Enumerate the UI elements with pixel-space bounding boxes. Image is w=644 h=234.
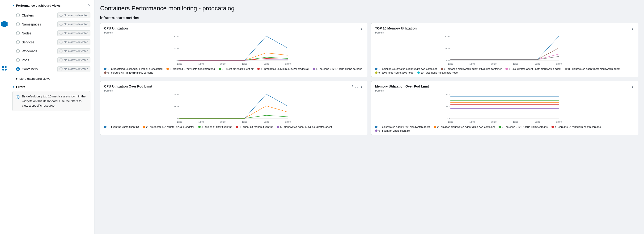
chart-title-mem-pod-limit: Memory Utilization Over Pod Limit xyxy=(375,84,429,88)
legend-text-cpu-pod-limit-3: 4 - fluent-bit-mq8dm fluent-bit xyxy=(239,126,273,128)
y-label-top10-mem: Percent xyxy=(375,31,634,34)
chart-title-cpu-util: CPU Utilization xyxy=(104,26,128,30)
legend-item-mem-pod-limit-2: 3 - coredns-647484dc8b-l8qkw coredns xyxy=(498,126,548,128)
svg-text:20:00: 20:00 xyxy=(286,121,291,123)
radio-services[interactable] xyxy=(16,40,20,44)
menu-button-mem-pod-limit[interactable]: ⋮ xyxy=(630,84,634,88)
svg-text:18:00: 18:00 xyxy=(198,63,204,65)
nav-item-nodes[interactable]: NodesⓘNo alarms detected xyxy=(8,29,94,38)
svg-text:20:00: 20:00 xyxy=(556,121,562,123)
legend-dot-cpu-util-3 xyxy=(257,68,260,70)
alarm-icon-services: ⓘ xyxy=(60,40,62,44)
radio-nodes[interactable] xyxy=(16,31,20,35)
svg-text:18:30: 18:30 xyxy=(491,121,497,123)
more-views-section[interactable]: ▶ More dashboard views xyxy=(8,74,94,83)
alarm-text-workloads: No alarms detected xyxy=(64,49,88,53)
svg-text:18:00: 18:00 xyxy=(198,121,204,123)
close-button[interactable]: × xyxy=(88,3,90,7)
legend-text-cpu-util-1: 2 - frontend-57b978dcf4-f9k69 frontend xyxy=(170,67,215,70)
legend-dot-cpu-util-1 xyxy=(166,68,169,70)
alarm-icon-clusters: ⓘ xyxy=(60,13,62,17)
chart-area-top10-mem: 30.4315.721.0117:3018:0018:3019:0019:302… xyxy=(375,35,634,66)
nav-section: ClustersⓘNo alarms detectedNamespacesⓘNo… xyxy=(8,10,94,74)
sidebar-header: ▼ Performance dashboard views × xyxy=(8,0,94,10)
chart-actions-top10-mem: ⋮ xyxy=(630,26,634,30)
legend-text-top10-mem-2: 7 - cloudwatch-agent-8ngtn cloudwatch-ag… xyxy=(509,67,562,70)
chart-actions-mem-pod-limit: ⋮ xyxy=(630,84,634,88)
legend-text-cpu-pod-limit-1: 2 - proddetail-5547b8b96-h22gl proddetai… xyxy=(146,126,194,128)
legend-text-top10-mem-0: 1 - amazon-cloudwatch-agent-9ngtn cwa-co… xyxy=(378,67,437,70)
radio-namespaces[interactable] xyxy=(16,22,20,26)
nav-item-namespaces[interactable]: NamespacesⓘNo alarms detected xyxy=(8,20,94,29)
legend-item-mem-pod-limit-1: 2 - amazon-cloudwatch-agent-gtb2t cwa-co… xyxy=(434,126,495,128)
svg-text:18:00: 18:00 xyxy=(470,121,475,123)
legend-item-cpu-pod-limit-1: 2 - proddetail-5547b8b96-h22gl proddetai… xyxy=(143,126,194,128)
menu-button-cpu-util[interactable]: ⋮ xyxy=(360,26,363,30)
legend-dot-cpu-util-5 xyxy=(104,71,106,74)
radio-workloads[interactable] xyxy=(16,49,20,53)
svg-text:19:00: 19:00 xyxy=(513,63,518,65)
nav-item-clusters[interactable]: ClustersⓘNo alarms detected xyxy=(8,11,94,20)
clusters-icon[interactable] xyxy=(1,21,8,27)
chart-actions-cpu-pod-limit: ↺⛶⋮ xyxy=(350,84,363,88)
svg-text:17:30: 17:30 xyxy=(177,63,182,65)
radio-clusters[interactable] xyxy=(16,13,20,17)
legend-item-cpu-util-3: 4 - proddetail-5547b8b96-h22gl proddetai… xyxy=(257,67,309,70)
expand-button-cpu-pod-limit[interactable]: ⛶ xyxy=(355,84,358,88)
legend-item-cpu-util-5: 6 - coredns-647484dc8b-l8qkw coredns xyxy=(104,71,153,74)
chart-header-cpu-pod-limit: CPU Utilization Over Pod Limit↺⛶⋮ xyxy=(104,84,363,88)
refresh-button-cpu-pod-limit[interactable]: ↺ xyxy=(350,84,354,88)
nav-item-services[interactable]: ServicesⓘNo alarms detected xyxy=(8,38,94,47)
main-content: Containers Performance monitoring - prod… xyxy=(94,0,644,234)
legend-item-cpu-util-2: 3 - fluent-bit-2pdfs fluent-bit xyxy=(218,67,254,70)
svg-text:17:30: 17:30 xyxy=(448,121,453,123)
legend-dot-cpu-util-0 xyxy=(104,68,106,70)
nav-item-workloads[interactable]: WorkloadsⓘNo alarms detected xyxy=(8,47,94,56)
legend-text-mem-pod-limit-4: 5 - fluent-bit-2pdfs fluent-bit xyxy=(378,129,410,132)
svg-text:17:30: 17:30 xyxy=(177,121,182,123)
charts-grid: CPU Utilization⋮Percent38.5019.270.0517:… xyxy=(100,23,638,135)
alarm-icon-pods: ⓘ xyxy=(60,58,62,62)
chart-legend-cpu-util: 1 - prodcatalog-56c46bdb94-wdppk prodcat… xyxy=(104,67,363,74)
filters-triangle: ▼ xyxy=(12,86,15,88)
menu-button-cpu-pod-limit[interactable]: ⋮ xyxy=(360,84,363,88)
alarm-icon-workloads: ⓘ xyxy=(60,49,62,53)
legend-text-mem-pod-limit-0: 1 - cloudwatch-agent-r7dvj cloudwatch-ag… xyxy=(378,126,430,128)
radio-pods[interactable] xyxy=(16,58,20,62)
alarm-badge-pods: ⓘNo alarms detected xyxy=(57,57,90,63)
alarm-badge-containers: ⓘNo alarms detected xyxy=(57,66,90,72)
info-icon: ⓘ xyxy=(16,94,20,100)
svg-text:18:00: 18:00 xyxy=(470,63,475,65)
alarm-badge-nodes: ⓘNo alarms detected xyxy=(57,30,90,36)
alarm-badge-clusters: ⓘNo alarms detected xyxy=(57,12,90,18)
svg-text:77.31: 77.31 xyxy=(174,93,179,96)
nav-item-pods[interactable]: PodsⓘNo alarms detected xyxy=(8,56,94,65)
svg-text:18:30: 18:30 xyxy=(220,121,226,123)
legend-text-cpu-pod-limit-2: 3 - fluent-bit-zlfdv fluent-bit xyxy=(202,126,232,128)
legend-text-cpu-util-5: 6 - coredns-647484dc8b-l8qkw coredns xyxy=(108,71,153,74)
legend-dot-cpu-pod-limit-2 xyxy=(198,126,201,128)
legend-text-mem-pod-limit-3: 4 - coredns-647484dc8b-chhnb coredns xyxy=(555,126,601,128)
svg-text:38.50: 38.50 xyxy=(174,35,179,37)
containers-icon[interactable] xyxy=(2,66,6,70)
legend-text-top10-mem-1: 6 - amazon-cloudwatch-agent-pff7d cwa-co… xyxy=(444,67,502,70)
legend-item-cpu-pod-limit-3: 4 - fluent-bit-mq8dm fluent-bit xyxy=(236,126,273,128)
alarm-text-namespaces: No alarms detected xyxy=(64,23,88,26)
svg-text:19:30: 19:30 xyxy=(264,63,269,65)
radio-containers[interactable] xyxy=(16,67,20,71)
chart-card-cpu-pod-limit: CPU Utilization Over Pod Limit↺⛶⋮Percent… xyxy=(100,81,367,135)
chart-area-cpu-pod-limit: 77.3138.760.2117:3018:0018:3019:0019:302… xyxy=(104,93,363,124)
legend-text-cpu-util-0: 1 - prodcatalog-56c46bdb94-wdppk prodcat… xyxy=(108,67,163,70)
nav-item-containers[interactable]: ContainersⓘNo alarms detected xyxy=(8,65,94,74)
nav-label-services: Services xyxy=(22,40,56,44)
legend-text-top10-mem-4: 9 - aws-node-49dnh aws-node xyxy=(378,71,414,74)
legend-item-top10-mem-2: 7 - cloudwatch-agent-8ngtn cloudwatch-ag… xyxy=(506,67,562,70)
chart-header-top10-mem: TOP 10 Memory Utilization⋮ xyxy=(375,26,634,30)
nav-label-pods: Pods xyxy=(22,58,56,62)
legend-item-mem-pod-limit-4: 5 - fluent-bit-2pdfs fluent-bit xyxy=(375,129,410,132)
legend-item-top10-mem-3: 8 - cloudwatch-agent-r5bst cloudwatch-ag… xyxy=(565,67,620,70)
legend-text-cpu-util-3: 4 - proddetail-5547b8b96-h22gl proddetai… xyxy=(260,67,309,70)
menu-button-top10-mem[interactable]: ⋮ xyxy=(630,26,634,30)
alarm-icon-namespaces: ⓘ xyxy=(60,22,62,26)
chart-area-mem-pod-limit: 24.616.07.417:3018:0018:3019:0019:3020:0… xyxy=(375,93,634,124)
